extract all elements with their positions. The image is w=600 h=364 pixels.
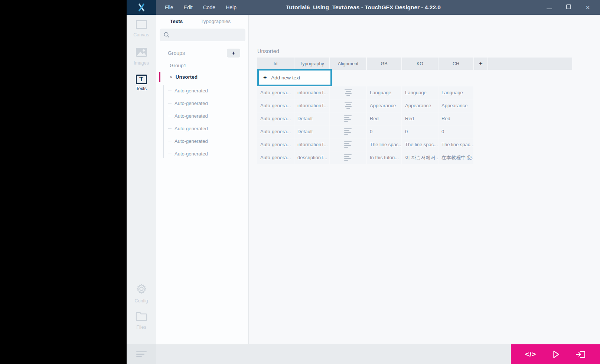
table-row[interactable]: Auto-genera... informationT... Language … <box>257 86 572 99</box>
cell-gb[interactable]: In this tutori... <box>367 151 401 164</box>
cell-id[interactable]: Auto-genera... <box>257 151 294 164</box>
menu-file[interactable]: File <box>165 4 173 10</box>
plus-icon: + <box>263 74 267 81</box>
tree-item-text[interactable]: Auto-generated <box>156 122 248 135</box>
tree-item-text[interactable]: Auto-generated <box>156 84 248 97</box>
cell-id[interactable]: Auto-genera... <box>257 112 294 125</box>
cell-id[interactable]: Auto-genera... <box>257 99 294 112</box>
cell-ko[interactable]: 0 <box>402 125 438 138</box>
tree-item-text[interactable]: Auto-generated <box>156 147 248 160</box>
table-row[interactable]: Auto-genera... descriptionT... In this t… <box>257 151 572 164</box>
sidebar-item-label: Images <box>127 60 156 66</box>
cell-gb[interactable]: 0 <box>367 125 401 138</box>
log-toggle-button[interactable] <box>127 344 156 364</box>
table-row[interactable]: Auto-genera... Default Red Red Red <box>257 112 572 125</box>
column-header-typography[interactable]: Typography <box>294 58 329 70</box>
tree-item-text[interactable]: Auto-generated <box>156 97 248 109</box>
column-header-ko[interactable]: KO <box>402 58 438 70</box>
cell-typography[interactable]: Default <box>294 125 329 138</box>
sidebar-item-images[interactable]: Images <box>127 47 156 66</box>
column-header-id[interactable]: Id <box>257 58 294 70</box>
cell-ko[interactable]: The line spac... <box>402 138 438 151</box>
cell-gb[interactable]: Language <box>367 86 401 99</box>
cell-alignment[interactable] <box>330 86 366 99</box>
cell-typography[interactable]: informationT... <box>294 138 329 151</box>
text-align-icon <box>344 115 352 122</box>
window-controls: × <box>545 0 592 15</box>
menu-code[interactable]: Code <box>203 4 215 10</box>
add-group-button[interactable]: + <box>227 49 240 58</box>
canvas-icon <box>136 20 147 29</box>
minimize-button[interactable] <box>545 4 553 11</box>
sidebar-item-label: Files <box>127 325 156 330</box>
table-row[interactable]: Auto-genera... informationT... Appearanc… <box>257 99 572 112</box>
generate-code-button[interactable]: </> <box>525 350 536 358</box>
tree-item-text[interactable]: Auto-generated <box>156 135 248 147</box>
cell-typography[interactable]: Default <box>294 112 329 125</box>
tab-typographies[interactable]: Typographies <box>200 19 231 24</box>
cell-typography[interactable]: informationT... <box>294 86 329 99</box>
table-row[interactable]: Auto-genera... Default 0 0 0 <box>257 125 572 138</box>
add-language-button[interactable]: + <box>474 58 488 70</box>
cell-ko[interactable]: 이 자습서에서... <box>402 151 438 164</box>
cell-ko[interactable]: Language <box>402 86 438 99</box>
sidebar-item-canvas[interactable]: Canvas <box>127 20 156 37</box>
cell-gb[interactable]: Appearance <box>367 99 401 112</box>
cell-gb[interactable]: The line spac... <box>367 138 401 151</box>
cell-ch[interactable]: Language <box>438 86 473 99</box>
cell-ch[interactable]: The line spac... <box>438 138 473 151</box>
cell-ch[interactable]: 在本教程中 您... <box>438 151 473 164</box>
close-button[interactable]: × <box>584 3 592 12</box>
sidebar-item-label: Texts <box>127 86 156 91</box>
sidebar-item-files[interactable]: Files <box>127 311 156 330</box>
cell-alignment[interactable] <box>330 151 366 164</box>
menu-help[interactable]: Help <box>226 4 237 10</box>
cell-alignment[interactable] <box>330 138 366 151</box>
cell-alignment[interactable] <box>330 112 366 125</box>
cell-ch[interactable]: 0 <box>438 125 473 138</box>
cell-ko[interactable]: Red <box>402 112 438 125</box>
maximize-button[interactable] <box>564 4 573 11</box>
flash-target-button[interactable] <box>575 350 586 359</box>
cell-typography[interactable]: descriptionT... <box>294 151 329 164</box>
cell-id[interactable]: Auto-genera... <box>257 86 294 99</box>
cell-alignment[interactable] <box>330 125 366 138</box>
chevron-down-icon[interactable]: ˅ <box>170 75 172 79</box>
gear-icon <box>136 283 147 295</box>
texts-tree: Auto-generated Auto-generated Auto-gener… <box>156 84 248 160</box>
icon-sidebar: Canvas Images T Texts Config Files <box>127 15 156 344</box>
groups-header-row: Groups + <box>156 46 248 60</box>
cell-ch[interactable]: Appearance <box>438 99 473 112</box>
add-new-text-button[interactable]: + Add new text <box>257 69 332 86</box>
menu-edit[interactable]: Edit <box>184 4 193 10</box>
text-align-icon <box>344 102 352 109</box>
cell-ch[interactable]: Red <box>438 112 473 125</box>
app-window: File Edit Code Help Tutorial6_Using_Text… <box>127 0 600 364</box>
run-simulator-button[interactable] <box>551 350 561 359</box>
column-header-gb[interactable]: GB <box>367 58 401 70</box>
tree-item-text[interactable]: Auto-generated <box>156 109 248 122</box>
table-row[interactable]: Auto-genera... informationT... The line … <box>257 138 572 151</box>
tab-texts[interactable]: Texts <box>170 19 183 24</box>
text-align-icon <box>344 141 352 148</box>
build-actions-bar: </> <box>511 344 600 364</box>
app-logo[interactable] <box>127 0 156 15</box>
header-filler-cell <box>488 58 572 70</box>
group-item-group1[interactable]: Group1 <box>156 60 248 71</box>
cell-typography[interactable]: informationT... <box>294 99 329 112</box>
section-title: Unsorted <box>257 48 279 54</box>
sidebar-item-texts[interactable]: T Texts <box>127 75 156 91</box>
column-header-alignment[interactable]: Alignment <box>330 58 366 70</box>
search-input[interactable] <box>160 29 245 41</box>
minimize-icon <box>547 9 552 10</box>
sidebar-item-config[interactable]: Config <box>127 283 156 304</box>
text-icon: T <box>136 75 147 84</box>
sidebar-item-label: Config <box>127 298 156 304</box>
cell-gb[interactable]: Red <box>367 112 401 125</box>
cell-id[interactable]: Auto-genera... <box>257 125 294 138</box>
column-header-ch[interactable]: CH <box>438 58 473 70</box>
cell-id[interactable]: Auto-genera... <box>257 138 294 151</box>
cell-ko[interactable]: Appearance <box>402 99 438 112</box>
cell-alignment[interactable] <box>330 99 366 112</box>
group-item-unsorted[interactable]: ˅Unsorted <box>156 71 248 83</box>
